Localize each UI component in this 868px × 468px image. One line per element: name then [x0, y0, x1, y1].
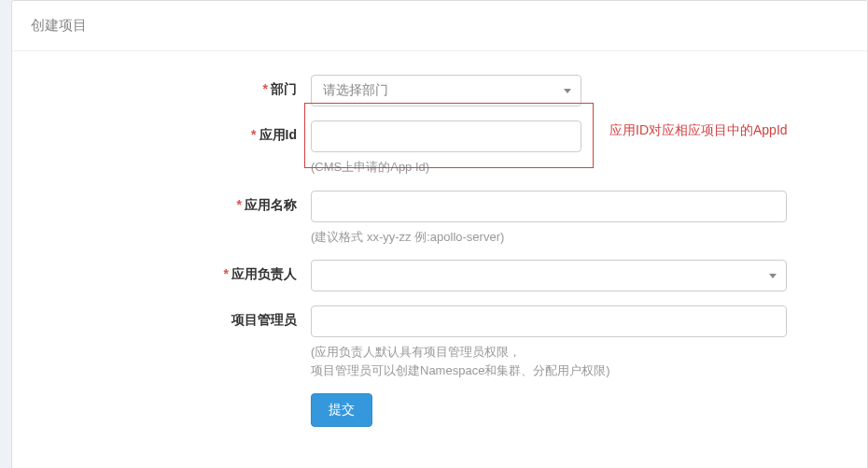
form-group-admin: 项目管理员 (应用负责人默认具有项目管理员权限， 项目管理员可以创建Namesp… — [31, 305, 848, 379]
department-select[interactable]: 请选择部门 — [311, 75, 581, 106]
appname-help: (建议格式 xx-yy-zz 例:apollo-server) — [311, 228, 787, 247]
form-group-submit: 提交 — [31, 393, 848, 427]
submit-button[interactable]: 提交 — [311, 393, 372, 427]
form-group-department: *部门 请选择部门 — [31, 75, 848, 106]
department-select-placeholder: 请选择部门 — [323, 82, 388, 99]
panel-title: 创建项目 — [12, 1, 867, 51]
required-mark: * — [224, 266, 229, 281]
admin-help: (应用负责人默认具有项目管理员权限， 项目管理员可以创建Namespace和集群… — [311, 343, 787, 379]
required-mark: * — [263, 81, 268, 96]
department-label: *部门 — [31, 75, 311, 98]
admin-input[interactable] — [311, 305, 787, 337]
admin-label: 项目管理员 — [31, 305, 311, 329]
appname-input[interactable] — [311, 191, 787, 222]
required-mark: * — [251, 127, 256, 142]
create-project-panel: 创建项目 *部门 请选择部门 *应用Id (CMS上申请的App Id) — [11, 0, 868, 468]
chevron-down-icon — [769, 274, 777, 278]
chevron-down-icon — [564, 89, 571, 93]
appid-input[interactable] — [311, 121, 581, 152]
annotation-text: 应用ID对应相应项目中的AppId — [609, 122, 788, 139]
appid-help: (CMS上申请的App Id) — [311, 158, 581, 177]
required-mark: * — [237, 197, 242, 212]
owner-label: *应用负责人 — [31, 260, 311, 283]
appname-label: *应用名称 — [31, 191, 311, 214]
owner-select[interactable] — [311, 260, 787, 291]
panel-body: *部门 请选择部门 *应用Id (CMS上申请的App Id) *应用名称 — [12, 51, 867, 468]
form-group-appname: *应用名称 (建议格式 xx-yy-zz 例:apollo-server) — [31, 191, 848, 247]
appid-label: *应用Id — [31, 121, 311, 144]
form-group-owner: *应用负责人 — [31, 260, 848, 291]
